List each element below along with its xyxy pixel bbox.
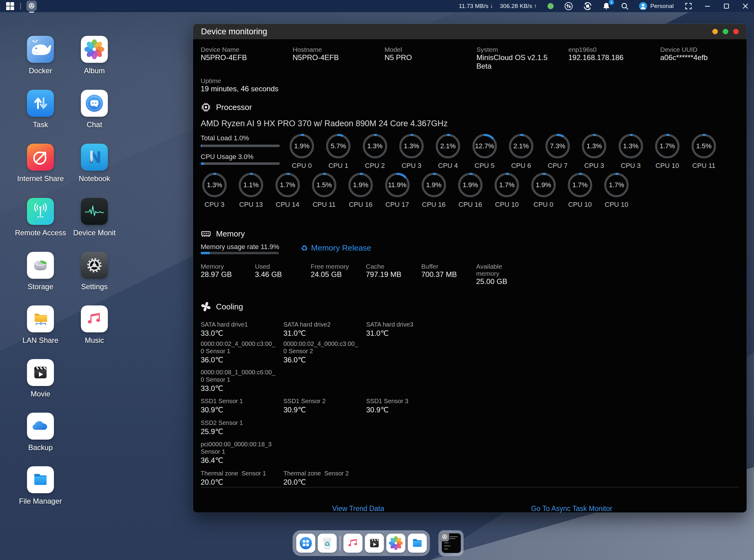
minimize-light-button[interactable] (712, 29, 718, 34)
top-bar: 11.73 MB/s ↓ 306.28 KB/s ↑ (0, 0, 754, 12)
gauge-ring: 1.7% (654, 133, 680, 159)
field-value: 25.00 GB (476, 277, 513, 286)
gauge-label: CPU 10 (655, 162, 679, 170)
cpu-gauge-cpu-4: 2.1%CPU 4 (430, 133, 466, 170)
gauge-label: CPU 3 (584, 162, 604, 170)
svg-text:♻: ♻ (324, 540, 330, 547)
dock-item-album[interactable] (386, 534, 405, 553)
desktop-icon-chat[interactable]: Chat (72, 90, 117, 129)
apps-grid-icon[interactable] (5, 2, 15, 11)
chat-app-icon (81, 90, 108, 117)
fullscreen-icon[interactable] (684, 2, 693, 10)
desktop-icon-device-monit[interactable]: Device Monit (72, 198, 117, 237)
desktop-icon-internet-share[interactable]: Internet Share (18, 144, 63, 183)
close-light-button[interactable] (733, 29, 739, 34)
gauge-ring: 2.1% (508, 133, 534, 159)
thumbnail-text-line (444, 546, 450, 546)
status-dot-icon[interactable] (547, 3, 554, 9)
section-title: Cooling (216, 302, 243, 312)
maximize-icon[interactable] (722, 2, 731, 10)
window-titlebar[interactable]: Device monitoring (193, 24, 747, 39)
sensor-value: 31.0℃ (283, 329, 364, 337)
backup-app-icon (27, 413, 54, 440)
desktop-icon-storage[interactable]: Storage (18, 252, 63, 291)
cpu-gauge-cpu-16: 1.9%CPU 16 (342, 172, 379, 208)
remote-app-icon (27, 198, 54, 225)
gauge-ring: 11.9% (384, 172, 410, 198)
desktop-icon-music[interactable]: Music (72, 305, 117, 345)
memory-usage-fill (201, 252, 210, 254)
section-title: Processor (216, 103, 252, 112)
desktop-icon-file-manager[interactable]: File Manager (18, 466, 63, 505)
memory-release-link[interactable]: ♻ Memory Release (301, 243, 371, 253)
memory-usage-bar (201, 252, 279, 254)
cooling-sensor: SSD1 Sensor 330.9℃ (366, 397, 447, 414)
desktop-icon-label: Movie (31, 390, 50, 398)
memory-icon (201, 228, 211, 239)
gauge-ring: 1.7% (494, 172, 520, 198)
desktop-icon-movie[interactable]: Movie (18, 359, 63, 398)
section-title: Memory (216, 229, 245, 239)
download-arrow-icon: ↓ (490, 3, 493, 9)
transfer-icon[interactable] (564, 2, 573, 11)
gauge-percent: 1.7% (603, 172, 629, 198)
field-label: Model (384, 46, 472, 53)
minimize-icon[interactable] (703, 2, 712, 10)
desktop-icon-notebook[interactable]: Notebook (72, 144, 117, 183)
desktop-icon-lan-share[interactable]: LAN Share (18, 305, 63, 345)
docker-app-icon (27, 36, 54, 63)
gauge-percent: 1.3% (362, 133, 388, 159)
desktop-icon-album[interactable]: Album (72, 36, 117, 75)
cpu-gauge-cpu-13: 1.1%CPU 13 (233, 172, 269, 208)
sensor-value: 20.0℃ (201, 478, 282, 486)
gauge-percent: 1.7% (567, 172, 593, 198)
desktop-icon-task[interactable]: Task (18, 90, 63, 129)
view-trend-data-link[interactable]: View Trend Data (332, 505, 384, 512)
network-download-speed[interactable]: 11.73 MB/s ↓ (459, 3, 493, 9)
field-value: N5PRO-4EFB (201, 53, 288, 62)
cpu-gauge-cpu-0: 1.9%CPU 0 (525, 172, 562, 208)
sensor-value: 20.0℃ (283, 478, 364, 486)
gauge-label: CPU 10 (605, 201, 628, 208)
gauge-label: CPU 16 (349, 201, 373, 208)
cooling-sensor: SSD1 Sensor 130.9℃ (201, 397, 282, 414)
memory-usage-label: Memory usage rate 11.9% (201, 243, 279, 251)
dock-item-files[interactable] (408, 534, 427, 553)
cpu-gauge-cpu-16: 1.9%CPU 16 (452, 172, 489, 208)
search-icon[interactable] (621, 2, 629, 10)
cooling-sensor: SATA hard drive331.0℃ (366, 321, 447, 337)
cooling-sensor: SSD1 Sensor 230.9℃ (283, 397, 364, 414)
task-circle-icon[interactable] (583, 2, 592, 11)
dock-item-music[interactable] (343, 534, 362, 553)
cooling-sensor: 0000:00:08_1_0000:c6:00_ 0 Sensor 133.0℃ (201, 368, 282, 393)
desktop-icon-docker[interactable]: Docker (18, 36, 63, 75)
info-field-device-name: Device NameN5PRO-4EFB (201, 46, 288, 62)
desktop-icon-backup[interactable]: Backup (18, 413, 63, 452)
desktop-icon-settings[interactable]: Settings (72, 252, 117, 291)
async-task-monitor-link[interactable]: Go To Async Task Monitor (531, 505, 612, 512)
taskbar-active-app[interactable] (26, 1, 37, 12)
network-upload-speed[interactable]: 306.28 KB/s ↑ (500, 3, 537, 9)
notification-badge: 1 (609, 0, 614, 5)
cpu-gauge-cpu-1: 5.7%CPU 1 (320, 133, 357, 170)
field-value: MinisCloud OS v2.1.5 Beta (476, 53, 559, 71)
maximize-light-button[interactable] (723, 29, 728, 34)
gear-icon (26, 1, 37, 11)
dock-item-movie[interactable] (365, 534, 384, 553)
sensor-value: 36.0℃ (201, 356, 282, 364)
dock-item-launcher[interactable] (296, 534, 315, 553)
info-field-enp196s0: enp196s0192.168.178.186 (568, 46, 656, 62)
files-app-icon (27, 466, 54, 493)
desktop-icon-remote-access[interactable]: Remote Access (18, 198, 63, 237)
window-body: Device NameN5PRO-4EFBHostnameN5PRO-4EFBM… (193, 24, 747, 513)
dock-item-trash[interactable]: ♻ (318, 534, 337, 553)
gauge-ring: 1.9% (289, 133, 315, 159)
bell-icon[interactable]: 1 (602, 2, 610, 10)
gauge-percent: 1.9% (289, 133, 315, 159)
close-icon[interactable] (741, 2, 750, 10)
field-label: Device Name (201, 46, 288, 53)
user-account[interactable]: Personal (639, 2, 674, 10)
info-field-system: SystemMinisCloud OS v2.1.5 Beta (476, 46, 559, 71)
gauge-ring: 7.3% (545, 133, 571, 159)
dock-app-preview[interactable] (438, 530, 463, 556)
